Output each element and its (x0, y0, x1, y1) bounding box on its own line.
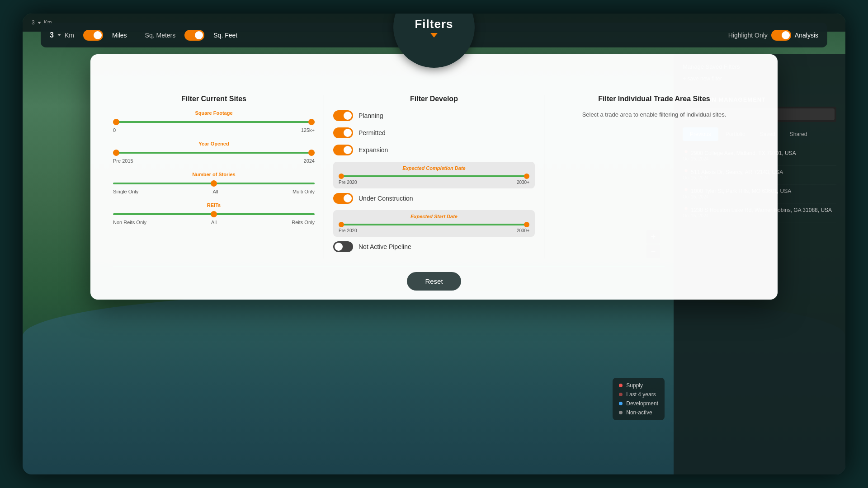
planning-label: Planning (359, 112, 383, 119)
under-construction-label: Under Construction (359, 195, 413, 202)
year-opened-track (113, 152, 315, 154)
sq-min: 0 (113, 127, 116, 133)
reits-non: Non Reits Only (113, 220, 146, 225)
exp-comp-max: 2030+ (517, 180, 529, 185)
stories-labels: Single Only All Multi Only (113, 189, 315, 194)
permitted-toggle[interactable] (333, 127, 353, 138)
expansion-row: Expansion (333, 145, 535, 155)
sqmeters-toggle[interactable] (184, 30, 204, 41)
stories-all: All (138, 189, 292, 194)
sq-thumb-right[interactable] (308, 119, 315, 125)
exp-start-min: Pre 2020 (339, 228, 357, 233)
planning-row: Planning (333, 110, 535, 121)
reset-button[interactable]: Reset (407, 272, 461, 291)
reits-thumb[interactable] (211, 211, 217, 217)
dev-dot (619, 402, 623, 405)
filters-title: Filters (415, 17, 453, 31)
stories-slider[interactable] (113, 179, 315, 188)
highlight-toggle[interactable] (771, 30, 791, 41)
individual-title: Filter Individual Trade Area Sites (553, 95, 755, 103)
square-footage-track (113, 121, 315, 123)
year-max: 2024 (304, 158, 315, 164)
expected-completion-track[interactable] (339, 173, 529, 180)
exp-comp-min: Pre 2020 (339, 180, 357, 185)
stories-thumb[interactable] (211, 180, 217, 187)
current-sites-title: Filter Current Sites (113, 95, 315, 103)
year-opened-slider[interactable] (113, 148, 315, 157)
legend-supply: Supply (619, 382, 658, 389)
not-active-toggle[interactable] (333, 241, 353, 252)
permitted-row: Permitted (333, 127, 535, 138)
sqmeters-item: Sq. Meters (145, 32, 176, 39)
exp-start-max: 2030+ (517, 228, 529, 233)
reits-only: Reits Only (292, 220, 315, 225)
stories-track (113, 183, 315, 184)
sq-thumb-left[interactable] (113, 119, 119, 125)
distance-value: 3 (50, 31, 54, 39)
legend-development: Development (619, 400, 658, 407)
reits-label: REITs (113, 202, 315, 208)
stories-multi: Multi Only (292, 189, 315, 194)
reits-all: All (211, 220, 217, 225)
under-construction-row: Under Construction (333, 193, 535, 204)
year-thumb-right[interactable] (308, 150, 315, 156)
exp-start-thumb-right[interactable] (524, 222, 529, 227)
not-active-row: Not Active Pipeline (333, 241, 535, 252)
reits-group: REITs Non Reits Only All Reits Only (113, 202, 315, 225)
highlight-label: Highlight Only (728, 32, 768, 39)
last4-label: Last 4 years (626, 391, 656, 398)
square-footage-ends: 0 125k+ (113, 127, 315, 133)
dev-label: Development (626, 400, 658, 407)
expected-start-label: Expected Start Date (339, 214, 529, 219)
planning-toggle[interactable] (333, 110, 353, 121)
year-min: Pre 2015 (113, 158, 133, 164)
filters-modal: Filter Current Sites Square Footage 0 12… (90, 54, 778, 300)
filters-body: Filter Current Sites Square Footage 0 12… (90, 81, 778, 267)
supply-label: Supply (626, 382, 643, 389)
sqmeters-label: Sq. Meters (145, 32, 176, 39)
expansion-toggle[interactable] (333, 145, 353, 155)
year-opened-group: Year Opened Pre 2015 2024 (113, 141, 315, 164)
distance-selector[interactable]: 3 Km (50, 31, 74, 39)
expansion-label: Expansion (359, 146, 388, 154)
expected-completion-ends: Pre 2020 2030+ (339, 180, 529, 185)
inner-chevron-icon[interactable] (38, 22, 41, 24)
analysis-label: Analysis (795, 32, 818, 39)
sqfeet-label: Sq. Feet (213, 32, 237, 39)
reits-slider[interactable] (113, 210, 315, 219)
square-footage-slider[interactable] (113, 117, 315, 127)
exp-comp-thumb-right[interactable] (524, 174, 529, 179)
expected-start-box: Expected Start Date Pre 2020 2030+ (333, 210, 535, 237)
exp-comp-thumb-left[interactable] (339, 174, 344, 179)
distance-chevron-icon[interactable] (57, 34, 61, 36)
legend-nonactive: Non-active (619, 409, 658, 416)
year-thumb-left[interactable] (113, 150, 119, 156)
stories-label: Number of Stories (113, 172, 315, 177)
stories-single: Single Only (113, 189, 138, 194)
inner-distance-value: 3 (32, 19, 35, 26)
expected-start-track[interactable] (339, 221, 529, 228)
km-miles-toggle[interactable] (83, 30, 103, 41)
tab-shared[interactable]: Shared (783, 127, 815, 141)
filters-arrow-icon (430, 33, 438, 38)
develop-title: Filter Develop (333, 95, 535, 103)
reset-row: Reset (90, 267, 778, 300)
reits-track (113, 213, 315, 215)
highlight-item: Highlight Only Analysis (728, 30, 818, 41)
individual-description: Select a trade area to enable filtering … (553, 110, 755, 120)
supply-dot (619, 384, 623, 387)
expected-completion-bar (339, 175, 529, 177)
exp-start-thumb-left[interactable] (339, 222, 344, 227)
square-footage-group: Square Footage 0 125k+ (113, 110, 315, 133)
expected-completion-box: Expected Completion Date Pre 2020 2030+ (333, 162, 535, 188)
nonactive-label: Non-active (626, 409, 652, 416)
year-opened-ends: Pre 2015 2024 (113, 158, 315, 164)
not-active-label: Not Active Pipeline (359, 243, 411, 250)
miles-label: Miles (112, 32, 127, 39)
legend-last4: Last 4 years (619, 391, 658, 398)
sq-max: 125k+ (301, 127, 315, 133)
legend: Supply Last 4 years Development Non-acti… (613, 378, 665, 420)
stories-group: Number of Stories Single Only All Multi … (113, 172, 315, 194)
year-opened-label: Year Opened (113, 141, 315, 146)
under-construction-toggle[interactable] (333, 193, 353, 204)
